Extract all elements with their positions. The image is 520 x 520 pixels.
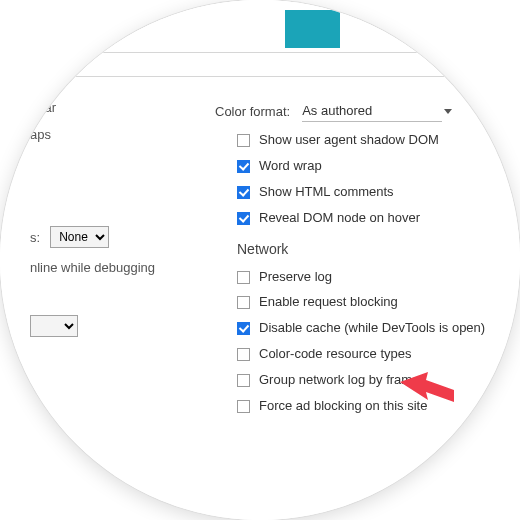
select-row: s: None <box>30 226 240 248</box>
checkbox-force-ad-blocking[interactable] <box>237 400 250 413</box>
checkbox-label: Force ad blocking on this site <box>259 398 427 415</box>
select-row-empty <box>30 315 240 337</box>
checkbox-label: Group network log by frame <box>259 372 419 389</box>
checkbox-show-shadow-dom[interactable] <box>237 134 250 147</box>
checkbox-label: Preserve log <box>259 269 332 286</box>
checkbox-word-wrap[interactable] <box>237 160 250 173</box>
source-select[interactable]: None <box>50 226 109 248</box>
select-label: s: <box>30 230 40 245</box>
checkbox-disable-cache[interactable] <box>237 322 250 335</box>
checkbox-label: Show HTML comments <box>259 184 394 201</box>
divider <box>0 52 520 53</box>
preview-swatch <box>285 10 340 48</box>
empty-select[interactable] <box>30 315 78 337</box>
color-format-label: Color format: <box>215 104 290 119</box>
checkbox-label: Enable request blocking <box>259 294 398 311</box>
checkbox-label: Disable cache (while DevTools is open) <box>259 320 485 337</box>
top-preview-strip <box>0 0 520 78</box>
checkbox-label: Color-code resource types <box>259 346 411 363</box>
checkbox-preserve-log[interactable] <box>237 271 250 284</box>
checkbox-group-by-frame[interactable] <box>237 374 250 387</box>
checkbox-show-html-comments[interactable] <box>237 186 250 199</box>
checkbox-label: Word wrap <box>259 158 322 175</box>
checkbox-enable-request-blocking[interactable] <box>237 296 250 309</box>
color-format-row: Color format: As authored <box>215 100 515 122</box>
checkbox-color-code-resources[interactable] <box>237 348 250 361</box>
checkbox-label: Show user agent shadow DOM <box>259 132 439 149</box>
color-format-select[interactable]: As authored <box>302 100 442 122</box>
text-fragment: ebar <box>30 100 56 115</box>
checkbox-reveal-on-hover[interactable] <box>237 212 250 225</box>
divider <box>0 76 520 77</box>
checkbox-label: Reveal DOM node on hover <box>259 210 420 227</box>
text-fragment: nline while debugging <box>30 260 155 275</box>
section-heading-network: Network <box>237 241 515 257</box>
chevron-down-icon <box>444 109 452 114</box>
text-fragment: aps <box>30 127 51 142</box>
